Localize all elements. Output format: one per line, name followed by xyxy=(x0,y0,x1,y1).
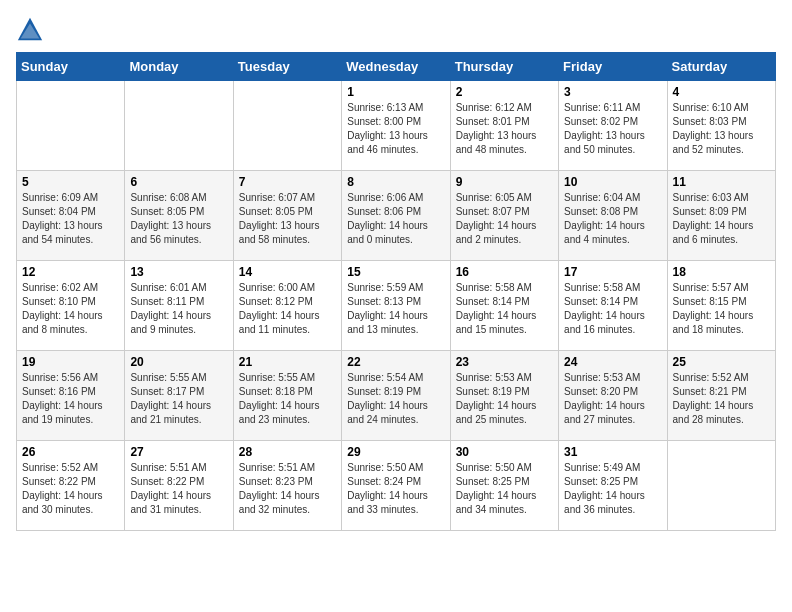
day-number: 23 xyxy=(456,355,553,369)
calendar-week-row: 12Sunrise: 6:02 AM Sunset: 8:10 PM Dayli… xyxy=(17,261,776,351)
day-number: 10 xyxy=(564,175,661,189)
day-number: 21 xyxy=(239,355,336,369)
logo-icon xyxy=(16,16,44,44)
day-info: Sunrise: 5:53 AM Sunset: 8:19 PM Dayligh… xyxy=(456,371,553,427)
day-header-monday: Monday xyxy=(125,53,233,81)
calendar-day-5: 5Sunrise: 6:09 AM Sunset: 8:04 PM Daylig… xyxy=(17,171,125,261)
day-info: Sunrise: 6:01 AM Sunset: 8:11 PM Dayligh… xyxy=(130,281,227,337)
day-info: Sunrise: 5:55 AM Sunset: 8:17 PM Dayligh… xyxy=(130,371,227,427)
day-info: Sunrise: 6:07 AM Sunset: 8:05 PM Dayligh… xyxy=(239,191,336,247)
day-number: 1 xyxy=(347,85,444,99)
day-info: Sunrise: 6:09 AM Sunset: 8:04 PM Dayligh… xyxy=(22,191,119,247)
day-number: 25 xyxy=(673,355,770,369)
day-info: Sunrise: 6:13 AM Sunset: 8:00 PM Dayligh… xyxy=(347,101,444,157)
day-info: Sunrise: 5:59 AM Sunset: 8:13 PM Dayligh… xyxy=(347,281,444,337)
day-info: Sunrise: 5:51 AM Sunset: 8:22 PM Dayligh… xyxy=(130,461,227,517)
calendar-day-13: 13Sunrise: 6:01 AM Sunset: 8:11 PM Dayli… xyxy=(125,261,233,351)
calendar-day-11: 11Sunrise: 6:03 AM Sunset: 8:09 PM Dayli… xyxy=(667,171,775,261)
calendar-day-27: 27Sunrise: 5:51 AM Sunset: 8:22 PM Dayli… xyxy=(125,441,233,531)
calendar-week-row: 5Sunrise: 6:09 AM Sunset: 8:04 PM Daylig… xyxy=(17,171,776,261)
calendar-day-15: 15Sunrise: 5:59 AM Sunset: 8:13 PM Dayli… xyxy=(342,261,450,351)
calendar-week-row: 26Sunrise: 5:52 AM Sunset: 8:22 PM Dayli… xyxy=(17,441,776,531)
day-number: 22 xyxy=(347,355,444,369)
calendar-day-1: 1Sunrise: 6:13 AM Sunset: 8:00 PM Daylig… xyxy=(342,81,450,171)
day-info: Sunrise: 5:51 AM Sunset: 8:23 PM Dayligh… xyxy=(239,461,336,517)
day-info: Sunrise: 6:12 AM Sunset: 8:01 PM Dayligh… xyxy=(456,101,553,157)
day-info: Sunrise: 5:58 AM Sunset: 8:14 PM Dayligh… xyxy=(564,281,661,337)
day-header-friday: Friday xyxy=(559,53,667,81)
day-number: 15 xyxy=(347,265,444,279)
day-header-saturday: Saturday xyxy=(667,53,775,81)
day-number: 3 xyxy=(564,85,661,99)
calendar-day-18: 18Sunrise: 5:57 AM Sunset: 8:15 PM Dayli… xyxy=(667,261,775,351)
day-info: Sunrise: 6:02 AM Sunset: 8:10 PM Dayligh… xyxy=(22,281,119,337)
calendar-empty-cell xyxy=(667,441,775,531)
calendar-empty-cell xyxy=(233,81,341,171)
day-number: 6 xyxy=(130,175,227,189)
day-number: 18 xyxy=(673,265,770,279)
calendar-day-26: 26Sunrise: 5:52 AM Sunset: 8:22 PM Dayli… xyxy=(17,441,125,531)
day-info: Sunrise: 6:05 AM Sunset: 8:07 PM Dayligh… xyxy=(456,191,553,247)
calendar: SundayMondayTuesdayWednesdayThursdayFrid… xyxy=(16,52,776,531)
calendar-day-31: 31Sunrise: 5:49 AM Sunset: 8:25 PM Dayli… xyxy=(559,441,667,531)
day-info: Sunrise: 6:04 AM Sunset: 8:08 PM Dayligh… xyxy=(564,191,661,247)
day-number: 7 xyxy=(239,175,336,189)
calendar-day-7: 7Sunrise: 6:07 AM Sunset: 8:05 PM Daylig… xyxy=(233,171,341,261)
calendar-day-21: 21Sunrise: 5:55 AM Sunset: 8:18 PM Dayli… xyxy=(233,351,341,441)
calendar-day-10: 10Sunrise: 6:04 AM Sunset: 8:08 PM Dayli… xyxy=(559,171,667,261)
calendar-day-9: 9Sunrise: 6:05 AM Sunset: 8:07 PM Daylig… xyxy=(450,171,558,261)
calendar-week-row: 1Sunrise: 6:13 AM Sunset: 8:00 PM Daylig… xyxy=(17,81,776,171)
day-info: Sunrise: 5:55 AM Sunset: 8:18 PM Dayligh… xyxy=(239,371,336,427)
calendar-day-20: 20Sunrise: 5:55 AM Sunset: 8:17 PM Dayli… xyxy=(125,351,233,441)
day-info: Sunrise: 5:52 AM Sunset: 8:22 PM Dayligh… xyxy=(22,461,119,517)
calendar-day-30: 30Sunrise: 5:50 AM Sunset: 8:25 PM Dayli… xyxy=(450,441,558,531)
calendar-day-22: 22Sunrise: 5:54 AM Sunset: 8:19 PM Dayli… xyxy=(342,351,450,441)
day-number: 26 xyxy=(22,445,119,459)
calendar-day-6: 6Sunrise: 6:08 AM Sunset: 8:05 PM Daylig… xyxy=(125,171,233,261)
day-header-thursday: Thursday xyxy=(450,53,558,81)
calendar-day-28: 28Sunrise: 5:51 AM Sunset: 8:23 PM Dayli… xyxy=(233,441,341,531)
day-number: 16 xyxy=(456,265,553,279)
day-info: Sunrise: 5:57 AM Sunset: 8:15 PM Dayligh… xyxy=(673,281,770,337)
calendar-day-2: 2Sunrise: 6:12 AM Sunset: 8:01 PM Daylig… xyxy=(450,81,558,171)
day-number: 28 xyxy=(239,445,336,459)
logo xyxy=(16,16,48,44)
day-number: 17 xyxy=(564,265,661,279)
day-number: 5 xyxy=(22,175,119,189)
day-info: Sunrise: 5:50 AM Sunset: 8:24 PM Dayligh… xyxy=(347,461,444,517)
day-number: 9 xyxy=(456,175,553,189)
day-number: 2 xyxy=(456,85,553,99)
calendar-day-4: 4Sunrise: 6:10 AM Sunset: 8:03 PM Daylig… xyxy=(667,81,775,171)
day-number: 11 xyxy=(673,175,770,189)
day-number: 14 xyxy=(239,265,336,279)
calendar-day-25: 25Sunrise: 5:52 AM Sunset: 8:21 PM Dayli… xyxy=(667,351,775,441)
day-header-wednesday: Wednesday xyxy=(342,53,450,81)
day-info: Sunrise: 5:52 AM Sunset: 8:21 PM Dayligh… xyxy=(673,371,770,427)
day-info: Sunrise: 5:54 AM Sunset: 8:19 PM Dayligh… xyxy=(347,371,444,427)
day-number: 8 xyxy=(347,175,444,189)
calendar-day-24: 24Sunrise: 5:53 AM Sunset: 8:20 PM Dayli… xyxy=(559,351,667,441)
calendar-day-23: 23Sunrise: 5:53 AM Sunset: 8:19 PM Dayli… xyxy=(450,351,558,441)
day-number: 4 xyxy=(673,85,770,99)
calendar-day-12: 12Sunrise: 6:02 AM Sunset: 8:10 PM Dayli… xyxy=(17,261,125,351)
page-header xyxy=(16,16,776,44)
day-info: Sunrise: 5:53 AM Sunset: 8:20 PM Dayligh… xyxy=(564,371,661,427)
day-info: Sunrise: 6:03 AM Sunset: 8:09 PM Dayligh… xyxy=(673,191,770,247)
day-number: 31 xyxy=(564,445,661,459)
calendar-empty-cell xyxy=(125,81,233,171)
calendar-header-row: SundayMondayTuesdayWednesdayThursdayFrid… xyxy=(17,53,776,81)
calendar-day-14: 14Sunrise: 6:00 AM Sunset: 8:12 PM Dayli… xyxy=(233,261,341,351)
day-number: 27 xyxy=(130,445,227,459)
day-info: Sunrise: 6:10 AM Sunset: 8:03 PM Dayligh… xyxy=(673,101,770,157)
calendar-day-17: 17Sunrise: 5:58 AM Sunset: 8:14 PM Dayli… xyxy=(559,261,667,351)
calendar-empty-cell xyxy=(17,81,125,171)
day-number: 24 xyxy=(564,355,661,369)
day-number: 30 xyxy=(456,445,553,459)
calendar-day-29: 29Sunrise: 5:50 AM Sunset: 8:24 PM Dayli… xyxy=(342,441,450,531)
day-info: Sunrise: 5:56 AM Sunset: 8:16 PM Dayligh… xyxy=(22,371,119,427)
day-info: Sunrise: 5:49 AM Sunset: 8:25 PM Dayligh… xyxy=(564,461,661,517)
calendar-week-row: 19Sunrise: 5:56 AM Sunset: 8:16 PM Dayli… xyxy=(17,351,776,441)
day-info: Sunrise: 5:58 AM Sunset: 8:14 PM Dayligh… xyxy=(456,281,553,337)
day-info: Sunrise: 6:08 AM Sunset: 8:05 PM Dayligh… xyxy=(130,191,227,247)
day-info: Sunrise: 6:06 AM Sunset: 8:06 PM Dayligh… xyxy=(347,191,444,247)
